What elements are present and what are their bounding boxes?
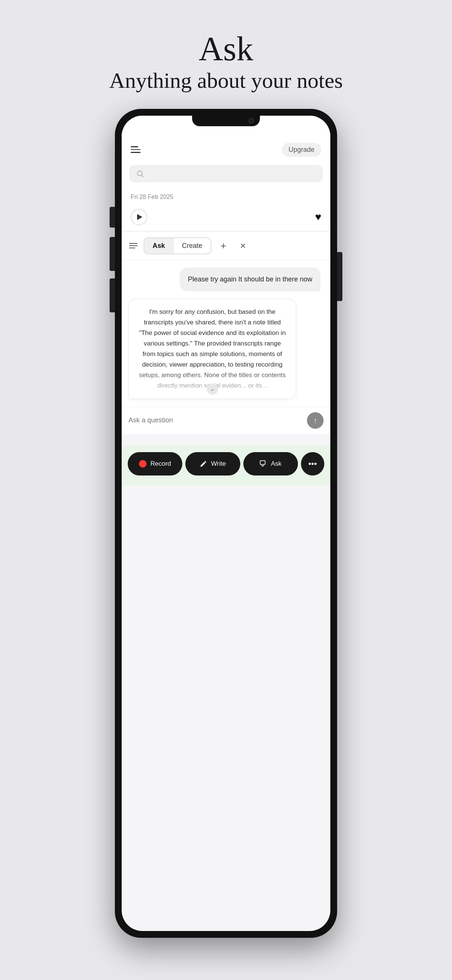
- chat-container: Please try again It should be in there n…: [122, 260, 330, 434]
- notch-camera: [248, 118, 254, 124]
- ask-label: Ask: [271, 460, 282, 468]
- svg-line-1: [142, 175, 143, 177]
- lines-icon[interactable]: [129, 243, 137, 248]
- menu-line-1: [131, 146, 138, 147]
- ai-message-fade: ⌄: [129, 369, 296, 399]
- bottom-nav: Record Write Ask •••: [122, 445, 330, 485]
- top-bar: Upgrade: [122, 138, 330, 161]
- notch-area: [122, 116, 330, 138]
- lines-icon-line-1: [129, 243, 137, 244]
- search-area: [122, 161, 330, 189]
- page-title: Ask: [109, 30, 343, 67]
- date-section: Fri 28 Feb 2025: [122, 189, 330, 204]
- menu-icon[interactable]: [131, 146, 140, 153]
- more-dots-icon: •••: [308, 459, 317, 469]
- write-label: Write: [211, 460, 226, 468]
- question-input[interactable]: [129, 416, 302, 424]
- chevron-down-icon[interactable]: ⌄: [207, 383, 218, 395]
- play-button[interactable]: [131, 209, 147, 225]
- partial-note-hint: [128, 434, 324, 443]
- tab-create[interactable]: Create: [173, 238, 210, 254]
- phone-frame: Upgrade Fri 28 Feb 2025: [115, 109, 337, 938]
- upgrade-button[interactable]: Upgrade: [282, 143, 321, 157]
- ask-icon: [259, 460, 267, 468]
- ask-nav-button[interactable]: Ask: [244, 452, 298, 476]
- phone-screen: Upgrade Fri 28 Feb 2025: [122, 116, 330, 931]
- page-subtitle: Anything about your notes: [109, 67, 343, 94]
- note-card: ♥: [122, 204, 330, 231]
- record-button[interactable]: Record: [128, 452, 182, 476]
- tab-group: Ask Create: [143, 237, 211, 255]
- phone-volume-up-btn: [110, 237, 115, 271]
- menu-line-3: [131, 152, 140, 153]
- search-icon: [136, 170, 144, 178]
- heart-icon[interactable]: ♥: [315, 211, 321, 223]
- tab-bar: Ask Create + ×: [122, 232, 330, 260]
- lines-icon-line-2: [129, 245, 137, 246]
- send-arrow-icon: ↑: [314, 417, 317, 424]
- svg-rect-2: [260, 461, 265, 465]
- user-message-bubble: Please try again It should be in there n…: [180, 267, 320, 291]
- send-button[interactable]: ↑: [307, 412, 323, 429]
- notch: [192, 116, 260, 126]
- page-header: Ask Anything about your notes: [109, 30, 343, 94]
- record-label: Record: [150, 460, 171, 468]
- menu-line-2: [131, 149, 140, 150]
- ai-message-bubble: I'm sorry for any confusion, but based o…: [129, 299, 296, 399]
- lines-icon-line-3: [129, 248, 135, 248]
- record-dot-icon: [139, 460, 146, 468]
- chat-area: Please try again It should be in there n…: [122, 260, 330, 407]
- date-label: Fri 28 Feb 2025: [131, 194, 173, 200]
- phone-power-btn: [337, 252, 342, 301]
- tab-ask[interactable]: Ask: [144, 238, 173, 254]
- phone-volume-down-btn: [110, 278, 115, 312]
- input-bar: ↑: [122, 407, 330, 434]
- phone-volume-silent-btn: [110, 207, 115, 228]
- write-icon: [200, 460, 207, 468]
- more-button[interactable]: •••: [301, 452, 324, 476]
- screen-content: Upgrade Fri 28 Feb 2025: [122, 116, 330, 931]
- write-button[interactable]: Write: [185, 452, 240, 476]
- add-tab-button[interactable]: +: [216, 238, 231, 253]
- play-triangle-icon: [137, 214, 142, 220]
- close-tab-button[interactable]: ×: [236, 238, 250, 253]
- search-bar[interactable]: [129, 165, 323, 182]
